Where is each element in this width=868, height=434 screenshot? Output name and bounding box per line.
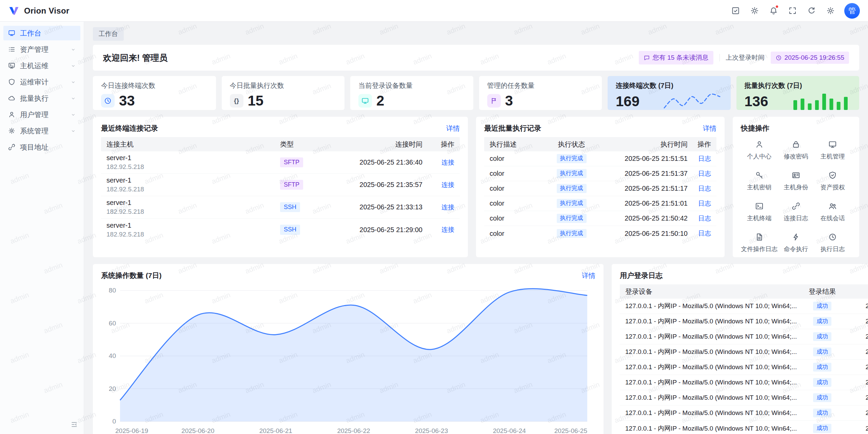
exec-description: color [484, 200, 542, 207]
login-device: 127.0.0.1 - 内网IP - Mozilla/5.0 (Windows … [620, 317, 797, 326]
terminal-details-link[interactable]: 详情 [446, 124, 460, 133]
svg-text:2025-06-25: 2025-06-25 [554, 427, 587, 434]
table-row: color 执行完成 2025-06-25 21:51:01 日志 [484, 196, 716, 211]
sidebar-collapse-button[interactable] [68, 418, 80, 431]
user-login-log-panel: 用户登录日志 详情 登录设备 登录结果 登录时间 127.0.0.1 - 内网I… [612, 264, 868, 434]
svg-text:2025-06-19: 2025-06-19 [115, 427, 148, 434]
quick-action-connection-logs[interactable]: 连接日志 [777, 202, 814, 222]
unread-messages-tag[interactable]: 您有 15 条未读消息 [639, 51, 713, 64]
table-row: color 执行完成 2025-06-25 21:51:17 日志 [484, 181, 716, 196]
sidebar-item-workbench[interactable]: 工作台 [3, 26, 80, 40]
quick-action-change-password[interactable]: 修改密码 [777, 140, 814, 161]
login-time: 2025-03-22 00:42:34 [848, 409, 868, 417]
id-card-icon [791, 171, 801, 180]
quick-action-asset-authorization[interactable]: 资产授权 [814, 171, 851, 191]
exec-details-link[interactable]: 详情 [703, 124, 716, 133]
user-avatar[interactable]: 管 [844, 3, 860, 19]
table-row: server-1 182.92.5.218 SSH 2025-06-25 21:… [101, 196, 460, 219]
stat-value: 15 [248, 94, 264, 108]
table-header: 登录设备 登录结果 登录时间 [620, 284, 868, 299]
sidebar-item-label: 主机运维 [20, 61, 48, 71]
table-row: 127.0.0.1 - 内网IP - Mozilla/5.0 (Windows … [620, 314, 868, 329]
protocol-tag: SFTP [280, 180, 303, 190]
svg-text:80: 80 [109, 287, 116, 294]
sidebar-item-host-ops[interactable]: 主机运维 [3, 58, 80, 73]
user-icon [8, 111, 16, 118]
connect-link[interactable]: 连接 [441, 181, 454, 188]
refresh-icon[interactable] [804, 4, 818, 18]
svg-text:40: 40 [109, 352, 116, 359]
log-link[interactable]: 日志 [698, 170, 711, 177]
table-row: color 执行完成 2025-06-25 21:50:42 日志 [484, 211, 716, 226]
notifications-bell-icon[interactable] [766, 4, 781, 18]
exec-status-tag: 执行完成 [557, 214, 587, 223]
table-row: 127.0.0.1 - 内网IP - Mozilla/5.0 (Windows … [620, 344, 868, 360]
terminal-connections-panel: 最近终端连接记录 详情 连接主机 类型 连接时间 操作 server-1 182… [93, 117, 468, 257]
breadcrumb-tab-workbench[interactable]: 工作台 [93, 27, 124, 41]
quick-action-file-operation-logs[interactable]: 文件操作日志 [741, 232, 777, 253]
settings-gear-icon[interactable] [823, 4, 837, 18]
sidebar-item-batch-exec[interactable]: 批量执行 [3, 91, 80, 106]
quick-action-host-keys[interactable]: 主机密钥 [741, 171, 777, 191]
host-monitor-icon [8, 62, 16, 70]
exec-status-tag: 执行完成 [557, 184, 587, 193]
host-ip: 182.92.5.218 [106, 163, 280, 171]
protocol-tag: SSH [280, 202, 300, 212]
quick-action-exec-logs[interactable]: 执行日志 [814, 232, 851, 253]
login-device: 127.0.0.1 - 内网IP - Mozilla/5.0 (Windows … [620, 409, 797, 417]
stat-card-terminal-today: 今日连接终端次数 33 [93, 76, 216, 110]
quick-action-host-identity[interactable]: 主机身份 [777, 171, 814, 191]
stat-card-batch-today: 今日批量执行次数 {} 15 [222, 76, 345, 110]
app-logo [8, 5, 20, 17]
cloud-icon [8, 94, 16, 102]
quick-actions-grid: 个人中心 修改密码 主机管理 主机密钥 主机身份 [741, 140, 851, 253]
quick-action-host-terminal[interactable]: 主机终端 [741, 202, 777, 222]
clock-icon [775, 55, 782, 61]
history-icon [828, 232, 837, 242]
connect-link[interactable]: 连接 [441, 226, 454, 233]
log-link[interactable]: 日志 [698, 185, 711, 192]
login-device: 127.0.0.1 - 内网IP - Mozilla/5.0 (Windows … [620, 332, 797, 341]
stat-value: 136 [745, 94, 768, 109]
exec-status-tag: 执行完成 [557, 154, 587, 163]
svg-text:2025-06-21: 2025-06-21 [259, 427, 292, 434]
host-ip: 182.92.5.218 [106, 207, 280, 216]
link-icon [791, 202, 801, 211]
table-row: server-1 182.92.5.218 SFTP 2025-06-25 21… [101, 151, 460, 174]
sidebar-item-audit[interactable]: 运维审计 [3, 75, 80, 89]
user-icon [755, 140, 764, 149]
exec-status-tag: 执行完成 [557, 169, 587, 178]
exec-time: 2025-06-25 21:50:42 [601, 214, 688, 222]
log-link[interactable]: 日志 [698, 200, 711, 207]
quick-action-online-sessions[interactable]: 在线会话 [814, 202, 851, 222]
checklist-icon[interactable] [728, 4, 743, 18]
sidebar-item-label: 用户管理 [20, 110, 48, 119]
theme-sun-icon[interactable] [747, 4, 762, 18]
log-link[interactable]: 日志 [698, 155, 711, 162]
sidebar-item-system[interactable]: 系统管理 [3, 124, 80, 138]
sidebar-item-project-url[interactable]: 项目地址 [3, 140, 80, 154]
exec-time: 2025-06-25 21:51:37 [601, 170, 688, 177]
log-link[interactable]: 日志 [698, 215, 711, 222]
svg-text:0: 0 [112, 418, 116, 425]
login-result-tag: 成功 [813, 409, 831, 417]
connect-link[interactable]: 连接 [441, 204, 454, 211]
log-link[interactable]: 日志 [698, 230, 711, 237]
table-row: server-1 182.92.5.218 SSH 2025-06-25 21:… [101, 219, 460, 241]
bolt-icon [791, 232, 801, 242]
quick-action-host-management[interactable]: 主机管理 [814, 140, 851, 161]
exec-time: 2025-06-25 21:50:10 [601, 230, 688, 238]
login-result-tag: 成功 [813, 347, 831, 356]
chevron-down-icon [71, 79, 76, 85]
sidebar-item-assets[interactable]: 资产管理 [3, 42, 80, 57]
sidebar-item-users[interactable]: 用户管理 [3, 107, 80, 122]
quick-action-command-exec[interactable]: 命令执行 [777, 232, 814, 253]
login-device: 127.0.0.1 - 内网IP - Mozilla/5.0 (Windows … [620, 363, 797, 372]
connect-link[interactable]: 连接 [441, 159, 454, 166]
login-device: 127.0.0.1 - 内网IP - Mozilla/5.0 (Windows … [620, 302, 797, 310]
chart-details-link[interactable]: 详情 [582, 271, 595, 280]
host-ip: 182.92.5.218 [106, 230, 280, 239]
fullscreen-icon[interactable] [785, 4, 800, 18]
exec-status-tag: 执行完成 [557, 229, 587, 238]
quick-action-personal-center[interactable]: 个人中心 [741, 140, 777, 161]
